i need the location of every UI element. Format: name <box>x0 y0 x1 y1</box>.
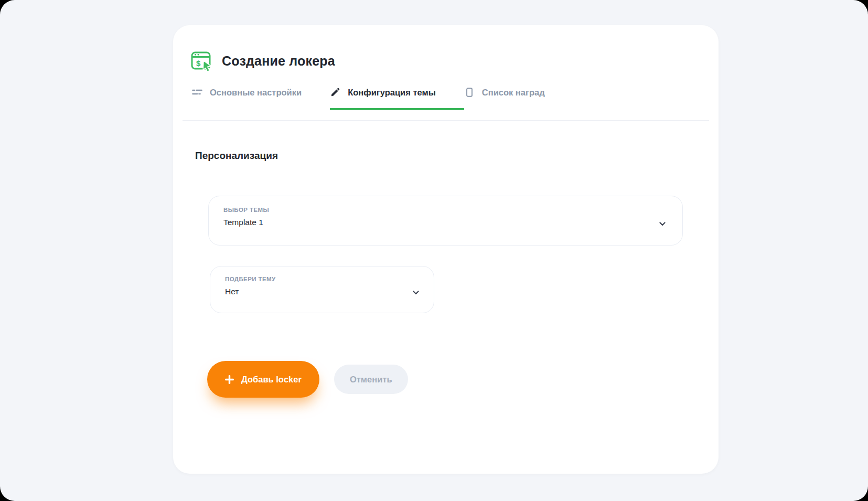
tab-label: Список наград <box>482 88 545 98</box>
page-title: Создание локера <box>222 54 335 69</box>
tab-label: Конфигурация темы <box>348 88 436 98</box>
tab-divider <box>183 120 709 121</box>
chevron-down-icon <box>659 219 666 223</box>
tab-rewards-list[interactable]: Список наград <box>464 87 573 110</box>
theme-select-dropdown[interactable]: ВЫБОР ТЕМЫ Template 1 <box>208 196 683 246</box>
add-locker-button[interactable]: Добавь locker <box>207 361 319 398</box>
tab-theme-configuration[interactable]: Конфигурация темы <box>330 87 464 110</box>
phone-icon <box>464 87 475 98</box>
card-header: $ Создание локера <box>190 49 335 72</box>
theme-select-label: ВЫБОР ТЕМЫ <box>223 207 651 213</box>
pick-theme-label: ПОДБЕРИ ТЕМУ <box>225 276 402 282</box>
cancel-button[interactable]: Отменить <box>334 365 408 394</box>
plus-icon <box>225 375 234 384</box>
theme-select-value: Template 1 <box>223 218 651 227</box>
action-buttons-row: Добавь locker Отменить <box>207 361 408 398</box>
tab-bar: Основные настройки Конфигурация темы <box>192 87 573 110</box>
pick-theme-dropdown[interactable]: ПОДБЕРИ ТЕМУ Нет <box>210 266 434 313</box>
locker-browser-dollar-icon: $ <box>190 49 213 72</box>
filter-lines-icon <box>192 87 202 98</box>
app-background: $ Создание локера Основные настройки <box>0 0 868 501</box>
locker-creation-card: $ Создание локера Основные настройки <box>173 25 719 474</box>
tab-basic-settings[interactable]: Основные настройки <box>192 87 330 110</box>
add-locker-button-label: Добавь locker <box>241 375 302 385</box>
cancel-button-label: Отменить <box>350 375 392 385</box>
pick-theme-value: Нет <box>225 287 402 296</box>
tab-label: Основные настройки <box>210 88 302 98</box>
pencil-icon <box>330 87 340 98</box>
svg-text:$: $ <box>196 59 201 68</box>
chevron-down-icon <box>413 287 419 292</box>
section-title-personalization: Персонализация <box>195 150 278 162</box>
